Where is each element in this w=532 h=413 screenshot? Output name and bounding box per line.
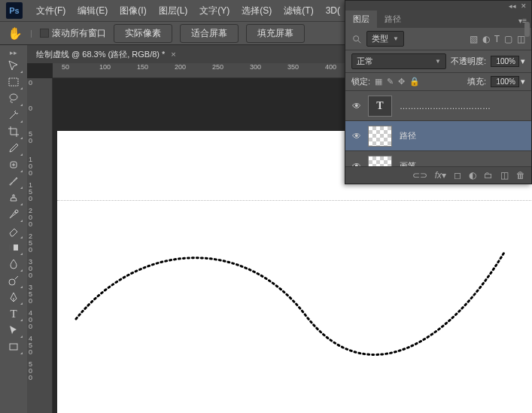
menu-image[interactable]: 图像(I): [114, 2, 152, 20]
hand-tool-icon: ✋: [8, 26, 23, 41]
layer-row[interactable]: 👁路径: [345, 121, 531, 151]
fill-screen-button[interactable]: 填充屏幕: [246, 24, 305, 43]
svg-point-1: [10, 94, 17, 100]
vertical-ruler: 0050100150200250300350400450500: [27, 78, 53, 413]
menu-type[interactable]: 文字(Y): [193, 2, 236, 20]
expand-toolbar-icon[interactable]: ▸▸: [0, 48, 27, 57]
layer-name: 画笔: [400, 160, 416, 166]
menu-edit[interactable]: 编辑(E): [71, 2, 114, 20]
filter-type-dropdown[interactable]: 类型▼: [366, 31, 404, 47]
document-title: 绘制虚线 @ 68.3% (路径, RGB/8) *: [36, 49, 165, 60]
eyedropper-tool[interactable]: [4, 140, 23, 156]
adjustment-layer-icon[interactable]: ◐: [469, 170, 476, 181]
search-icon: [351, 34, 362, 44]
brush-tool[interactable]: [4, 173, 23, 190]
scroll-all-label: 滚动所有窗口: [52, 27, 106, 40]
fit-screen-button[interactable]: 适合屏幕: [180, 24, 239, 43]
filter-type-label: 类型: [372, 33, 388, 44]
fill-input[interactable]: 100%▾: [491, 76, 525, 87]
layer-thumbnail: [368, 126, 392, 147]
type-tool[interactable]: T: [4, 305, 23, 322]
blend-mode-label: 正常: [357, 56, 373, 67]
delete-layer-icon[interactable]: 🗑: [516, 170, 525, 181]
lock-position-icon[interactable]: ✥: [398, 77, 405, 87]
visibility-eye-icon[interactable]: 👁: [345, 101, 368, 111]
blend-mode-dropdown[interactable]: 正常▼: [351, 53, 446, 69]
crop-tool[interactable]: [4, 123, 23, 140]
lasso-tool[interactable]: [4, 90, 23, 107]
opacity-value: 100%: [491, 56, 519, 67]
lock-transparency-icon[interactable]: ▦: [375, 77, 382, 87]
fill-value: 100%: [491, 76, 519, 87]
tool-palette: ▸▸ T: [0, 45, 27, 413]
gradient-tool[interactable]: [4, 239, 23, 256]
layer-thumbnail: [368, 156, 392, 167]
opacity-label: 不透明度:: [451, 56, 486, 67]
checkbox-icon: [40, 29, 49, 38]
close-tab-icon[interactable]: ×: [171, 50, 175, 59]
filter-pixel-icon[interactable]: ▧: [470, 34, 478, 44]
dashed-curve-path: [72, 247, 524, 360]
layer-row[interactable]: 👁T……………………………: [345, 91, 531, 121]
dodge-tool[interactable]: [4, 272, 23, 289]
filter-adjust-icon[interactable]: ◐: [482, 34, 490, 44]
guide-line: [57, 200, 532, 201]
layers-panel: ◂◂ ✕ 图层 路径 ▾≡ 类型▼ ▧ ◐ T ▢ ◫ 正常▼ 不透明度: 10…: [345, 0, 532, 184]
clone-stamp-tool[interactable]: [4, 190, 23, 206]
layer-name: 路径: [400, 130, 416, 141]
filter-shape-icon[interactable]: ▢: [504, 34, 512, 44]
marquee-tool[interactable]: [4, 74, 23, 90]
filter-type-icon[interactable]: T: [494, 34, 500, 44]
menu-3d[interactable]: 3D(: [320, 2, 346, 19]
svg-point-8: [354, 35, 359, 41]
link-layers-icon[interactable]: ⊂⊃: [412, 170, 427, 181]
visibility-eye-icon[interactable]: 👁: [345, 161, 368, 167]
tab-layers[interactable]: 图层: [345, 11, 377, 28]
healing-brush-tool[interactable]: [4, 156, 23, 173]
layer-group-icon[interactable]: 🗀: [484, 170, 493, 181]
menu-select[interactable]: 选择(S): [236, 2, 278, 20]
svg-rect-0: [9, 78, 18, 86]
lock-pixels-icon[interactable]: ✎: [387, 77, 394, 87]
panel-close-icon[interactable]: ✕: [521, 2, 527, 10]
layer-mask-icon[interactable]: ◻: [454, 170, 461, 181]
move-tool[interactable]: [4, 57, 23, 74]
menu-layer[interactable]: 图层(L): [153, 2, 194, 20]
layer-fx-icon[interactable]: fx▾: [435, 170, 446, 181]
visibility-eye-icon[interactable]: 👁: [345, 131, 368, 141]
magic-wand-tool[interactable]: [4, 107, 23, 123]
layers-list: 👁T……………………………👁路径👁画笔: [345, 91, 531, 166]
svg-point-6: [9, 279, 15, 285]
opacity-input[interactable]: 100%▾: [491, 56, 525, 67]
new-layer-icon[interactable]: ◫: [500, 170, 509, 181]
eraser-tool[interactable]: [4, 223, 23, 239]
menu-filter[interactable]: 滤镜(T): [278, 2, 319, 20]
menu-file[interactable]: 文件(F): [30, 2, 71, 20]
tab-paths[interactable]: 路径: [377, 11, 409, 28]
lock-label: 锁定:: [351, 76, 370, 87]
svg-rect-7: [10, 344, 17, 350]
scroll-all-windows-checkbox[interactable]: 滚动所有窗口: [40, 27, 106, 40]
panel-collapse-icon[interactable]: ◂◂: [509, 2, 516, 10]
fill-label: 填充:: [467, 76, 486, 87]
actual-pixels-button[interactable]: 实际像素: [114, 24, 172, 43]
history-brush-tool[interactable]: [4, 206, 23, 223]
blur-tool[interactable]: [4, 256, 23, 272]
app-logo: Ps: [6, 2, 23, 19]
layer-name: ……………………………: [400, 102, 491, 111]
rectangle-tool[interactable]: [4, 339, 23, 355]
pen-tool[interactable]: [4, 289, 23, 305]
layer-row[interactable]: 👁画笔: [345, 151, 531, 166]
lock-all-icon[interactable]: 🔒: [409, 77, 420, 87]
svg-rect-5: [9, 244, 14, 251]
layer-thumbnail: T: [368, 96, 392, 117]
path-selection-tool[interactable]: [4, 322, 23, 339]
